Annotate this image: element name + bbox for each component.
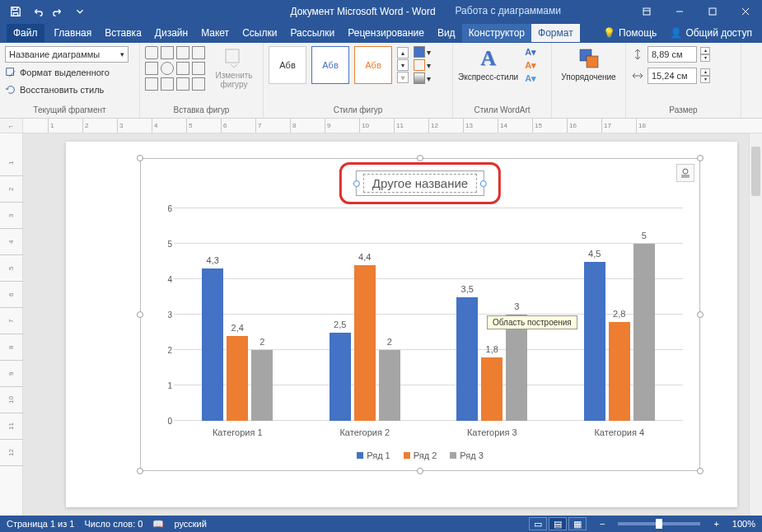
category-label: Категория 3 (467, 427, 517, 437)
text-outline-button[interactable]: A▾ (523, 59, 538, 71)
shape-outline-button[interactable]: ▾ (414, 59, 431, 71)
tab-design[interactable]: Дизайн (148, 24, 194, 42)
bar[interactable]: 2,4 (227, 336, 248, 421)
gallery-more-icon[interactable]: ▿ (397, 72, 409, 83)
ribbon-tabs: Файл Главная Вставка Дизайн Макет Ссылки… (0, 23, 762, 43)
bar[interactable]: 4,4 (354, 265, 376, 421)
undo-icon[interactable] (28, 2, 46, 21)
read-mode-icon[interactable]: ▭ (529, 517, 547, 530)
tab-help[interactable]: 💡Помощь (596, 24, 663, 42)
bar[interactable]: 1,8 (481, 357, 503, 421)
page-view[interactable]: Другое название 0123456 4,32,422,54,423,… (23, 133, 762, 516)
maximize-icon[interactable] (696, 0, 729, 23)
chart-title[interactable]: Другое название (356, 170, 484, 196)
x-axis-labels: Категория 1Категория 2Категория 3Категор… (174, 427, 683, 437)
minimize-icon[interactable] (663, 0, 696, 23)
legend-item[interactable]: Ряд 2 (404, 450, 437, 460)
spin-down[interactable]: ▾ (700, 54, 710, 62)
legend-item[interactable]: Ряд 3 (450, 450, 484, 460)
bar[interactable]: 2 (251, 350, 273, 421)
resize-handle[interactable] (137, 468, 143, 474)
tab-share[interactable]: 👤Общий доступ (663, 24, 762, 42)
zoom-out-button[interactable]: − (596, 519, 608, 529)
width-icon (631, 69, 644, 82)
layout-options-icon[interactable] (676, 164, 694, 182)
wordart-express-button[interactable]: A Экспресс-стили (458, 46, 518, 82)
selection-combo[interactable]: Название диаграммы (5, 46, 129, 63)
qat-dropdown-icon[interactable] (71, 2, 89, 21)
svg-rect-5 (587, 56, 598, 68)
reset-style-button[interactable]: Восстановить стиль (5, 82, 104, 97)
style-item[interactable]: Абв (311, 46, 349, 84)
close-icon[interactable] (729, 0, 762, 23)
resize-handle[interactable] (137, 155, 143, 161)
tab-file[interactable]: Файл (7, 24, 44, 42)
zoom-in-button[interactable]: + (710, 519, 722, 529)
text-effects-button[interactable]: A▾ (523, 72, 538, 84)
tab-format[interactable]: Формат (531, 24, 580, 42)
style-item[interactable]: Абв (354, 46, 392, 84)
arrange-button[interactable]: Упорядочение (561, 46, 615, 82)
style-item[interactable]: Абв (269, 46, 306, 84)
redo-icon[interactable] (49, 2, 68, 21)
change-shape-button[interactable]: Изменить фигуру (210, 46, 258, 89)
bar[interactable]: 2,8 (609, 322, 630, 421)
tab-constructor[interactable]: Конструктор (462, 24, 531, 42)
context-tab-title: Работа с диаграммами (456, 5, 562, 16)
bar[interactable]: 4,3 (202, 268, 223, 421)
ribbon-options-icon[interactable] (630, 0, 663, 23)
vertical-ruler[interactable]: 123456789101112 (0, 133, 23, 516)
legend[interactable]: Ряд 1Ряд 2Ряд 3 (141, 450, 699, 460)
resize-handle[interactable] (137, 311, 143, 318)
tab-review[interactable]: Рецензирование (341, 24, 431, 42)
tab-layout[interactable]: Макет (194, 24, 236, 42)
spin-up[interactable]: ▴ (700, 68, 710, 76)
width-input[interactable]: 15,24 см (647, 68, 697, 84)
tab-home[interactable]: Главная (48, 24, 99, 42)
tab-references[interactable]: Ссылки (236, 24, 283, 42)
bar[interactable]: 5 (633, 244, 655, 421)
bar[interactable]: 3,5 (456, 297, 478, 422)
proofing-icon[interactable]: 📖 (152, 519, 164, 530)
zoom-level[interactable]: 100% (732, 519, 755, 529)
gallery-down-icon[interactable]: ▾ (397, 59, 409, 71)
tab-mailings[interactable]: Рассылки (283, 24, 341, 42)
spin-down[interactable]: ▾ (700, 76, 710, 83)
shape-fill-button[interactable]: ▾ (414, 46, 431, 58)
shape-gallery[interactable] (145, 46, 205, 91)
spin-up[interactable]: ▴ (700, 47, 710, 54)
height-input[interactable]: 8,89 см (647, 46, 697, 63)
save-icon[interactable] (7, 2, 25, 21)
gallery-up-icon[interactable]: ▴ (397, 47, 409, 58)
svg-rect-0 (643, 8, 650, 15)
vertical-scrollbar[interactable] (749, 133, 762, 516)
page-indicator[interactable]: Страница 1 из 1 (7, 519, 74, 529)
resize-handle[interactable] (417, 155, 423, 161)
plot-area[interactable]: 0123456 4,32,422,54,423,51,834,52,85 Обл… (174, 208, 683, 421)
tab-insert[interactable]: Вставка (98, 24, 148, 42)
chart-title-text[interactable]: Другое название (363, 174, 477, 193)
text-fill-button[interactable]: A▾ (523, 46, 538, 58)
shape-style-gallery[interactable]: Абв Абв Абв ▴ ▾ ▿ (269, 46, 409, 84)
language-indicator[interactable]: русский (174, 519, 206, 529)
bar[interactable]: 3 (506, 315, 527, 421)
word-count[interactable]: Число слов: 0 (84, 519, 143, 529)
horizontal-ruler[interactable]: ⌐ 123456789101112131415161718 (0, 119, 762, 133)
shape-effects-button[interactable]: ▾ (414, 72, 431, 84)
resize-handle[interactable] (697, 468, 704, 474)
format-selection-button[interactable]: Формат выделенного (5, 65, 110, 80)
bar[interactable]: 2,5 (330, 333, 351, 422)
zoom-slider[interactable] (618, 522, 700, 525)
ribbon: Название диаграммы Формат выделенного Во… (0, 43, 762, 119)
bar[interactable]: 2 (379, 350, 400, 421)
legend-item[interactable]: Ряд 1 (357, 450, 390, 460)
scroll-thumb[interactable] (751, 147, 760, 196)
print-layout-icon[interactable]: ▤ (549, 517, 567, 530)
tab-view[interactable]: Вид (431, 24, 462, 42)
resize-handle[interactable] (697, 311, 704, 318)
chart-object[interactable]: Другое название 0123456 4,32,422,54,423,… (140, 158, 700, 471)
resize-handle[interactable] (697, 155, 704, 161)
web-layout-icon[interactable]: ▦ (568, 517, 587, 530)
resize-handle[interactable] (417, 468, 423, 474)
bar[interactable]: 4,5 (584, 262, 605, 422)
